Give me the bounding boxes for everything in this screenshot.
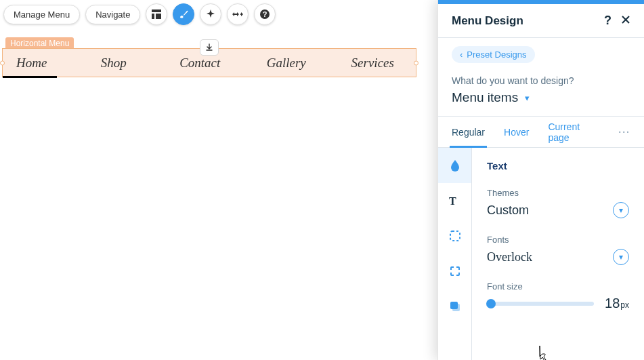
design-target-dropdown[interactable]: Menu items ▾ [452,90,630,105]
chevron-down-icon: ▾ [619,252,623,262]
fonts-label: Fonts [487,235,629,245]
font-size-value: 18px [605,296,629,311]
state-tabs: Regular Hover Current page ··· [438,117,644,148]
svg-rect-2 [156,14,161,19]
themes-dropdown-toggle[interactable]: ▾ [613,202,629,218]
svg-text:T: T [449,195,456,206]
layout-icon-button[interactable] [146,3,167,25]
help-icon-button[interactable]: ? [254,3,276,25]
preset-designs-button[interactable]: ‹ Preset Designs [452,46,535,63]
slider-thumb[interactable] [486,299,496,308]
panel-header: Menu Design ? [438,4,644,38]
border-aspect-icon[interactable] [438,218,471,254]
corners-icon [449,265,461,277]
drop-icon [450,159,460,172]
resize-handle-left[interactable] [0,60,5,65]
border-dashed-icon [449,230,461,242]
themes-value: Custom [487,203,529,218]
menu-item-shop[interactable]: Shop [70,56,157,71]
design-panel: Menu Design ? ‹ Preset Designs What do y… [437,0,644,360]
manage-menu-button[interactable]: Manage Menu [3,5,80,24]
corner-aspect-icon[interactable] [438,254,471,289]
tab-hover[interactable]: Hover [504,117,529,147]
design-options-scroll[interactable]: Text Themes Custom ▾ Fonts Overlock ▾ [472,148,644,360]
panel-title: Menu Design [452,14,523,28]
panel-help-icon[interactable]: ? [604,14,611,28]
chevron-down-icon: ▾ [525,93,530,103]
font-size-slider[interactable] [487,302,594,306]
menu-item-home[interactable]: Home [3,56,70,71]
menu-item-contact[interactable]: Contact [157,56,244,71]
shadow-icon [449,300,461,313]
menu-item-gallery[interactable]: Gallery [243,56,330,71]
svg-rect-6 [450,231,460,241]
download-icon [205,43,213,52]
design-icon-button[interactable] [173,3,194,25]
question-icon: ? [259,9,270,20]
fonts-dropdown-toggle[interactable]: ▾ [613,249,629,265]
menu-item-services[interactable]: Services [330,56,416,71]
stretch-icon-button[interactable] [227,3,249,25]
animation-icon-button[interactable] [200,3,221,25]
sparkle-icon [205,9,216,20]
svg-rect-0 [152,9,161,12]
svg-rect-1 [152,14,154,19]
stretch-icon [232,11,244,18]
text-section-title: Text [472,148,644,181]
fonts-value: Overlock [487,250,532,264]
tab-current-page[interactable]: Current page [548,112,599,153]
text-aspect-icon[interactable]: T [438,183,471,218]
fill-aspect-icon[interactable] [438,148,471,183]
design-target-value: Menu items [452,90,518,105]
close-icon [621,15,630,24]
navigate-button[interactable]: Navigate [85,5,140,24]
brush-icon [178,9,189,20]
tabs-more-button[interactable]: ··· [618,127,630,138]
design-aspect-rail: T [438,148,472,360]
svg-text:?: ? [263,10,267,18]
font-size-label: Font size [487,281,629,292]
preset-designs-label: Preset Designs [467,49,526,60]
chevron-down-icon: ▾ [619,205,623,215]
tab-regular[interactable]: Regular [452,117,485,147]
themes-label: Themes [487,188,629,198]
resize-handle-right[interactable] [414,60,418,65]
chevron-left-icon: ‹ [460,49,463,60]
horizontal-menu[interactable]: Home Shop Contact Gallery Services [2,48,416,77]
svg-rect-8 [452,304,460,311]
design-target-question: What do you want to design? [452,75,630,86]
download-handle[interactable] [200,39,219,56]
layout-icon [151,9,162,20]
panel-close-icon[interactable] [621,14,630,28]
shadow-aspect-icon[interactable] [438,289,471,324]
cursor-icon [537,344,551,360]
text-icon: T [449,195,461,206]
editor-toolbar: Manage Menu Navigate ? [3,3,276,25]
active-item-underline [3,76,57,78]
